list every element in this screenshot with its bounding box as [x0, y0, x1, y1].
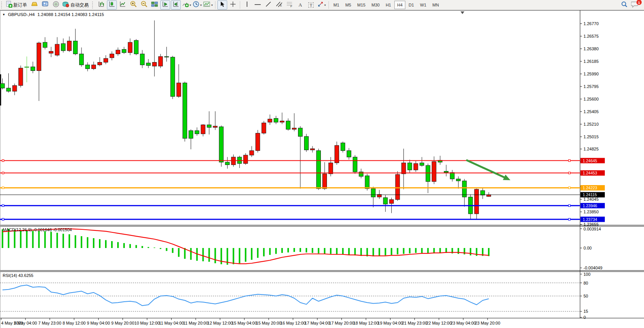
search-button[interactable]: [619, 0, 629, 10]
candle-body: [225, 162, 230, 165]
timeframe-m1-button[interactable]: M1: [331, 1, 342, 9]
price-axis-label: 1.25015: [583, 134, 599, 139]
rsi-axis-label: 0: [583, 315, 586, 320]
toolbar-grip[interactable]: [1, 2, 4, 8]
timeframe-m15-button[interactable]: M15: [355, 1, 368, 9]
text-label-button[interactable]: T: [306, 0, 316, 10]
gold-bar-button[interactable]: [30, 0, 40, 10]
price-axis-label: 1.23850: [583, 210, 599, 214]
candle-body: [268, 119, 272, 122]
crosshair-button[interactable]: [228, 0, 238, 10]
timeframe-mn-button[interactable]: MN: [430, 1, 442, 9]
macd-histogram-bar: [269, 248, 271, 255]
line-handle[interactable]: [2, 218, 4, 220]
macd-histogram-bar: [300, 248, 301, 252]
line-handle[interactable]: [2, 187, 4, 189]
rsi-indicator-label: RSI(14) 43.6255: [3, 273, 33, 278]
candle-body: [37, 43, 41, 71]
chart-surface[interactable]: 1.267701.265751.263801.261851.259901.257…: [0, 10, 644, 328]
timeframe-h4-button[interactable]: H4: [394, 1, 405, 9]
text-button[interactable]: A: [295, 0, 305, 10]
auto-scroll-button[interactable]: [160, 0, 170, 10]
candle-body: [158, 56, 163, 66]
reports-button[interactable]: [40, 0, 50, 10]
vertical-line-button[interactable]: [242, 0, 252, 10]
macd-histogram-bar: [44, 231, 46, 248]
candle-body: [61, 43, 65, 51]
line-price-badge-label: 1.23946: [583, 203, 597, 208]
indicators-button[interactable]: ▾: [182, 0, 191, 10]
rsi-axis-label: 50: [583, 294, 588, 298]
macd-histogram-bar: [154, 248, 155, 248]
candle-body: [328, 163, 333, 174]
candle-body: [213, 126, 217, 127]
candle-body: [432, 162, 436, 181]
tile-windows-button[interactable]: [150, 0, 159, 10]
rsi-axis-label: 100: [583, 272, 590, 277]
fibonacci-button[interactable]: F: [285, 0, 295, 10]
line-handle[interactable]: [569, 172, 571, 174]
notifications-button[interactable]: 1: [630, 0, 640, 10]
date-axis-label: 23 May 04:00: [451, 321, 476, 325]
macd-histogram-bar: [190, 248, 192, 260]
line-handle[interactable]: [569, 160, 571, 162]
line-handle[interactable]: [569, 218, 571, 220]
line-price-badge-label: 1.23734: [583, 217, 597, 222]
line-handle[interactable]: [569, 205, 571, 206]
crosshair-icon: [230, 1, 236, 9]
price-axis-label: 1.26770: [583, 21, 599, 26]
bar-chart-button[interactable]: [96, 0, 106, 10]
candlestick-chart-button[interactable]: [107, 0, 117, 10]
timeframe-w1-button[interactable]: W1: [418, 1, 429, 9]
candle-body: [280, 121, 284, 122]
macd-histogram-bar: [239, 248, 240, 263]
timeframe-h1-button[interactable]: H1: [383, 1, 394, 9]
zoom-out-icon: [140, 1, 148, 9]
new-order-button[interactable]: 新订单: [5, 0, 29, 10]
line-chart-button[interactable]: [118, 0, 128, 10]
candle-body: [475, 189, 479, 214]
macd-histogram-bar: [172, 248, 174, 253]
candle-body: [31, 67, 35, 70]
trendline-button[interactable]: [263, 0, 273, 10]
macd-histogram-bar: [38, 231, 40, 248]
timeframe-m5-button[interactable]: M5: [343, 1, 354, 9]
equidistant-channel-button[interactable]: E: [274, 0, 284, 10]
toolbar-grip[interactable]: [92, 2, 95, 8]
candle-body: [310, 149, 314, 150]
svg-text:F: F: [290, 5, 292, 8]
chart-window[interactable]: 1.267701.265751.263801.261851.259901.257…: [0, 10, 644, 328]
zoom-in-button[interactable]: [128, 0, 138, 10]
candle-body: [67, 41, 72, 51]
cursor-button[interactable]: [217, 0, 227, 10]
macd-histogram-bar: [75, 235, 76, 248]
chart-shift-button[interactable]: [171, 0, 181, 10]
horizontal-line-button[interactable]: [253, 0, 263, 10]
candle-body: [286, 121, 290, 129]
macd-histogram-bar: [427, 248, 429, 253]
zoom-out-button[interactable]: [139, 0, 149, 10]
timeframe-m30-button[interactable]: M30: [369, 1, 382, 9]
date-axis-label: 17 May 20:00: [329, 321, 354, 325]
date-axis-label: 9 May 04:00: [87, 321, 110, 325]
arrows-button[interactable]: ▾: [317, 0, 327, 10]
rsi-value-text: 43.6255: [18, 273, 33, 278]
macd-histogram-bar: [287, 248, 289, 253]
sounds-button[interactable]: [51, 0, 61, 10]
macd-histogram-bar: [336, 248, 338, 254]
date-axis-label: 8 May 12:00: [62, 321, 86, 325]
macd-histogram-bar: [324, 248, 325, 254]
line-handle[interactable]: [2, 172, 4, 174]
chevron-down-icon: ▾: [190, 3, 191, 7]
candle-body: [304, 136, 309, 150]
templates-button[interactable]: ▾: [203, 0, 213, 10]
line-handle[interactable]: [2, 160, 4, 162]
auto-trading-button[interactable]: 自动交易: [62, 0, 91, 10]
candle-body: [43, 42, 47, 48]
collapse-chart-icon[interactable]: ▼: [2, 13, 5, 16]
line-handle[interactable]: [569, 187, 571, 189]
macd-histogram-bar: [354, 248, 356, 255]
line-handle[interactable]: [2, 205, 4, 206]
periods-button[interactable]: ▾: [192, 0, 202, 10]
timeframe-d1-button[interactable]: D1: [406, 1, 417, 9]
